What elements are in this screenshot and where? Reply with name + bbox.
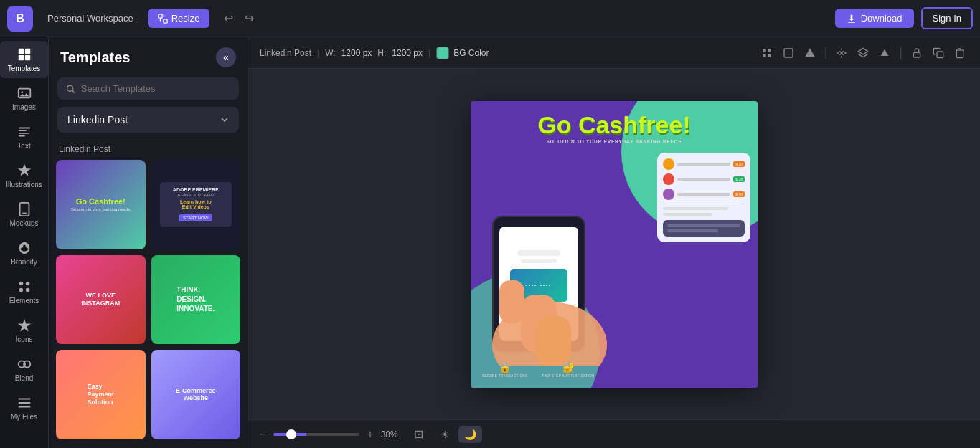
template-instagram[interactable]: WE LOVEINSTAGRAM [56, 255, 146, 345]
main-content: Templates Images Text Illustrations Mock… [0, 37, 980, 448]
sidebar-item-text[interactable]: Text [0, 118, 48, 156]
templates-header: Templates « [49, 37, 248, 73]
sidebar-item-mockups[interactable]: Mockups [0, 196, 48, 233]
svg-point-16 [25, 288, 29, 292]
sidebar-item-illustrations[interactable]: Illustrations [0, 157, 48, 194]
templates-panel: Templates « Linkedin Post Linkedin Post … [49, 37, 248, 448]
fit-screen-button[interactable]: ⊡ [414, 427, 423, 441]
undo-button[interactable]: ↩ [220, 9, 237, 28]
resize-label: Resize [171, 13, 200, 24]
width-label: W: [325, 48, 335, 58]
templates-title: Templates [60, 49, 130, 66]
tool-lock[interactable] [908, 44, 925, 62]
signin-button[interactable]: Sign In [921, 7, 973, 29]
zoom-percent: 38% [381, 429, 407, 439]
tool-triangle[interactable] [876, 44, 893, 62]
sidebar-item-images[interactable]: Images [0, 80, 48, 117]
myfiles-icon [17, 395, 32, 411]
canvas-tools: | | [758, 44, 969, 62]
tool-sep1: | [824, 45, 828, 60]
height-value: 1200 px [392, 48, 423, 58]
templates-grid: Go Cashfree! Solution to your banking ne… [56, 160, 240, 439]
sidebar-label-illustrations: Illustrations [6, 181, 42, 189]
templates-collapse-button[interactable]: « [216, 47, 236, 67]
svg-rect-21 [763, 49, 766, 52]
svg-rect-7 [18, 55, 23, 60]
separator1: | [317, 48, 319, 58]
tool-frame[interactable] [780, 44, 797, 62]
template-ecommerce[interactable]: E-CommerceWebsite [151, 350, 241, 439]
svg-point-15 [19, 288, 23, 292]
zoom-in-button[interactable]: + [367, 428, 373, 441]
sidebar-item-myfiles[interactable]: My Files [0, 389, 48, 426]
sidebar-label-myfiles: My Files [11, 413, 37, 421]
tool-layers[interactable] [854, 44, 872, 62]
svg-rect-25 [784, 49, 793, 57]
tool-move[interactable] [833, 44, 850, 62]
bg-color-swatch [436, 47, 449, 59]
sidebar-item-brandify[interactable]: Brandify [0, 234, 48, 272]
templates-icon [17, 47, 32, 62]
sidebar-label-text: Text [17, 142, 30, 150]
svg-marker-28 [881, 49, 889, 55]
canvas-main[interactable]: Go Cashfree! SOLUTION TO YOUR EVERYDAY B… [248, 69, 980, 419]
elements-icon [17, 279, 32, 295]
redo-button[interactable]: ↪ [240, 9, 258, 28]
sidebar-item-icons[interactable]: Icons [0, 312, 48, 349]
svg-rect-4 [847, 22, 855, 22]
topbar: B Personal Workspace Resize ↩ ↪ Download… [0, 0, 980, 37]
brandify-icon [17, 240, 32, 256]
zoom-out-button[interactable]: − [260, 428, 266, 441]
svg-marker-27 [859, 48, 868, 54]
sidebar-label-templates: Templates [8, 65, 41, 72]
sidebar-label-brandify: Brandify [11, 258, 37, 266]
icon-sidebar: Templates Images Text Illustrations Mock… [0, 37, 49, 448]
sidebar-item-elements[interactable]: Elements [0, 273, 48, 310]
tool-grid[interactable] [758, 44, 776, 62]
sidebar-item-blend[interactable]: Blend [0, 351, 48, 388]
illustrations-icon [17, 163, 32, 178]
secure-label: SECURE TRANSACTIONS [482, 374, 527, 378]
template-payment[interactable]: EasyPaymentSolution [56, 350, 146, 439]
sidebar-item-templates[interactable]: Templates [0, 41, 48, 78]
images-icon [17, 85, 32, 101]
template-think[interactable]: THINK.DESIGN.INNOVATE. [151, 255, 241, 345]
light-theme-button[interactable]: ☀ [435, 426, 456, 443]
cashfree-title: Go Cashfree! [471, 113, 758, 137]
svg-rect-29 [913, 52, 920, 57]
templates-search-bar[interactable] [57, 77, 239, 100]
sidebar-label-blend: Blend [15, 374, 34, 382]
svg-rect-0 [159, 14, 162, 17]
svg-rect-24 [768, 54, 771, 57]
svg-marker-26 [805, 48, 814, 57]
sidebar-label-elements: Elements [9, 297, 39, 305]
category-dropdown[interactable]: Linkedin Post [57, 107, 239, 133]
svg-rect-5 [18, 49, 23, 54]
template-cashfree[interactable]: Go Cashfree! Solution to your banking ne… [56, 160, 146, 249]
width-value: 1200 px [341, 48, 372, 58]
chevron-down-icon [220, 115, 229, 124]
dark-theme-button[interactable]: 🌙 [458, 426, 482, 443]
download-icon [847, 14, 857, 24]
workspace-button[interactable]: Personal Workspace [40, 10, 141, 27]
tool-delete[interactable] [951, 44, 969, 62]
bg-color-button[interactable]: BG Color [436, 47, 489, 59]
template-video[interactable]: ADOBE PREMIERE A FINAL CUT PRO Learn how… [151, 160, 241, 249]
search-input[interactable] [81, 83, 230, 94]
undo-redo-group: ↩ ↪ [220, 9, 258, 28]
blend-icon [17, 356, 32, 372]
resize-icon [158, 14, 168, 24]
download-button[interactable]: Download [835, 9, 914, 28]
bottom-bar: − + 38% ⊡ ☀ 🌙 [248, 419, 980, 448]
svg-point-14 [25, 282, 29, 286]
download-label: Download [861, 13, 903, 24]
sidebar-label-mockups: Mockups [9, 219, 38, 227]
resize-button[interactable]: Resize [148, 9, 210, 28]
category-dropdown-label: Linkedin Post [67, 114, 128, 125]
separator2: | [428, 48, 430, 58]
tool-shape[interactable] [801, 44, 819, 62]
zoom-slider[interactable] [273, 433, 359, 436]
svg-point-19 [67, 85, 73, 91]
tool-duplicate[interactable] [930, 44, 947, 62]
svg-rect-23 [763, 54, 766, 57]
